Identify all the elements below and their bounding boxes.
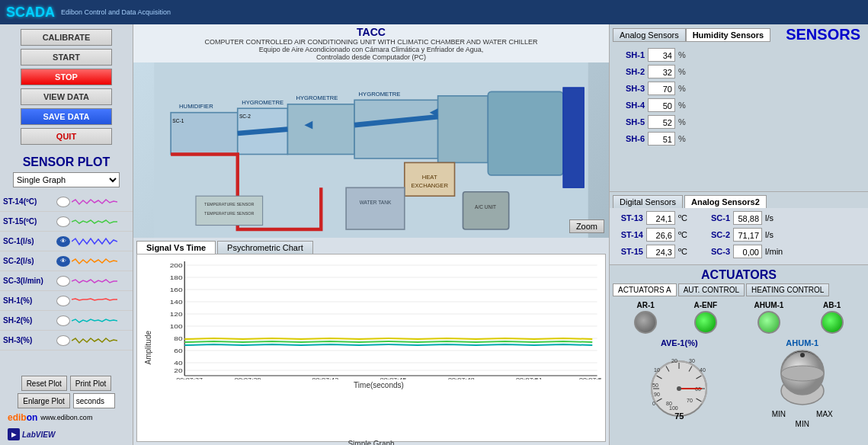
calibrate-button[interactable]: CALIBRATE <box>21 29 112 46</box>
list-item: SH-6 51 % <box>616 132 862 146</box>
svg-text:200: 200 <box>170 262 183 269</box>
svg-text:HYGROMETRE: HYGROMETRE <box>296 94 338 101</box>
save-data-button[interactable]: SAVE DATA <box>21 108 112 125</box>
st13-unit: ºC <box>678 213 697 222</box>
diagram-area: TACC COMPUTER CONTROLLED AIR CONDITIONIN… <box>133 24 609 238</box>
center-area: TACC COMPUTER CONTROLLED AIR CONDITIONIN… <box>133 24 609 445</box>
st13-value: 24,1 <box>646 211 675 225</box>
tab-psychrometric-chart[interactable]: Psychrometric Chart <box>217 241 313 254</box>
sh2-label: SH-2 <box>616 67 645 76</box>
svg-text:80: 80 <box>174 335 182 342</box>
svg-text:90: 90 <box>654 392 660 397</box>
diagram-svg: HEAT EXCHANGER WATER TANK HUMIDIFIER HYG… <box>133 62 609 238</box>
start-button[interactable]: START <box>21 49 112 66</box>
sensor-eye-toggle[interactable]: 👁 <box>56 256 70 267</box>
st15-label: ST-15 <box>613 247 643 256</box>
sensor-list: ST-14(ºC) ST-15(ºC) SC-1(l/s) 👁 <box>0 192 133 373</box>
chart-area: Signal Vs Time Psychrometric Chart Ampli… <box>133 238 609 445</box>
tab-aut-control[interactable]: AUT. CONTROL <box>678 283 745 296</box>
svg-text:00:07:37: 00:07:37 <box>176 377 203 379</box>
dial-svg[interactable]: 0 10 20 30 40 50 60 70 80 90 100 <box>645 349 713 418</box>
enlarge-plot-button[interactable]: Enlarge Plot <box>18 393 69 408</box>
sh4-label: SH-4 <box>616 101 645 110</box>
ahum1-knob[interactable] <box>757 311 780 334</box>
quit-button[interactable]: QUIT <box>21 128 112 145</box>
digital-sensors-tabs: Digital Sensors Analog Sensors2 <box>610 192 868 208</box>
sensor-eye-toggle[interactable] <box>56 296 70 306</box>
svg-text:0: 0 <box>652 401 655 406</box>
list-item: SH-4 50 % <box>616 98 862 112</box>
aenf-knob[interactable] <box>694 311 717 334</box>
ave-control: AVE-1(%) <box>645 338 713 421</box>
sensor-wave <box>72 276 117 287</box>
single-graph-select[interactable]: Single Graph <box>13 172 120 187</box>
ab1-knob[interactable] <box>821 311 844 334</box>
sh3-unit: % <box>678 84 686 93</box>
tab-humidity-sensors[interactable]: Humidity Sensors <box>686 28 771 42</box>
ab1-label: AB-1 <box>823 301 841 309</box>
tab-heating-control[interactable]: HEATING CONTROL <box>746 283 829 296</box>
list-item: ST-13 24,1 ºC SC-1 58,88 l/s <box>613 211 865 225</box>
min-max-labels: MIN MAX <box>772 410 833 418</box>
sc1-unit2: l/s <box>765 213 783 222</box>
sensor-eye-toggle[interactable] <box>56 216 70 227</box>
reset-plot-button[interactable]: Reset Plot <box>21 376 67 391</box>
svg-text:180: 180 <box>170 274 183 281</box>
diagram-image: HEAT EXCHANGER WATER TANK HUMIDIFIER HYG… <box>133 62 609 238</box>
plot-action-row: Reset Plot Print Plot <box>3 376 130 391</box>
sensor-eye-toggle[interactable] <box>56 197 70 207</box>
ave-label: AVE-1(%) <box>661 338 698 347</box>
svg-text:TEMPERATURE SENSOR: TEMPERATURE SENSOR <box>204 202 255 206</box>
sensors-data-area: ST-13 24,1 ºC SC-1 58,88 l/s ST-14 26,6 … <box>610 208 868 264</box>
list-item: SH-3(%) <box>0 331 133 351</box>
bottom-buttons: Reset Plot Print Plot Enlarge Plot edibo… <box>0 373 133 445</box>
sh4-unit: % <box>678 101 686 110</box>
tab-signal-vs-time[interactable]: Signal Vs Time <box>136 241 216 254</box>
list-item: ST-14(ºC) <box>0 192 133 212</box>
min-label-bottom: MIN <box>796 420 809 428</box>
ahum-control: AHUM-1 <box>772 338 833 428</box>
svg-text:50: 50 <box>652 383 658 388</box>
top-header: SCADA Edibon Control and Data Acquisitio… <box>0 0 868 24</box>
right-panel: Analog Sensors Humidity Sensors SENSORS … <box>609 24 868 445</box>
svg-rect-5 <box>438 96 488 163</box>
ahum-knob-container[interactable] <box>776 349 829 410</box>
zoom-button[interactable]: Zoom <box>569 219 604 233</box>
list-item: SC-3(l/min) <box>0 271 133 291</box>
tab-actuators-a[interactable]: ACTUATORS A <box>613 283 677 296</box>
sensor-eye-toggle[interactable] <box>56 276 70 287</box>
sensor-eye-toggle[interactable] <box>56 335 70 346</box>
svg-text:WATER TANK: WATER TANK <box>360 200 392 205</box>
print-plot-button[interactable]: Print Plot <box>70 376 112 391</box>
sensor-label: ST-14(ºC) <box>3 197 56 206</box>
list-item: SC-1(l/s) 👁 <box>0 232 133 251</box>
sc2-unit2: l/s <box>765 230 783 239</box>
view-data-button[interactable]: VIEW DATA <box>21 88 112 105</box>
svg-text:20: 20 <box>671 358 677 363</box>
chart-container: Amplitude <box>136 254 606 442</box>
sensor-eye-toggle[interactable]: 👁 <box>56 236 70 247</box>
chart-svg: 200 180 160 140 120 100 80 60 40 20 00:0… <box>155 258 602 379</box>
sh1-value: 34 <box>648 48 675 62</box>
sensor-eye-toggle[interactable] <box>56 315 70 326</box>
ar1-knob[interactable] <box>634 311 657 334</box>
svg-text:160: 160 <box>170 287 183 293</box>
stop-button[interactable]: STOP <box>21 69 112 85</box>
st13-label: ST-13 <box>613 213 643 222</box>
sh5-unit: % <box>678 117 686 126</box>
tab-analog-sensors2[interactable]: Analog Sensors2 <box>684 195 767 208</box>
seconds-input[interactable] <box>73 393 115 408</box>
sensor-wave <box>72 315 117 326</box>
list-item: SH-2 32 % <box>616 65 862 78</box>
sh6-unit: % <box>678 134 686 143</box>
tab-digital-sensors[interactable]: Digital Sensors <box>613 195 683 208</box>
svg-text:00:07:45: 00:07:45 <box>380 377 407 379</box>
sensor-label: SC-1(l/s) <box>3 237 56 245</box>
list-item: SC-2(l/s) 👁 <box>0 251 133 271</box>
tab-analog-sensors[interactable]: Analog Sensors <box>613 28 686 42</box>
diagram-sub-title-1: COMPUTER CONTROLLED AIR CONDITIONING UNI… <box>133 38 609 46</box>
main-layout: CALIBRATE START STOP VIEW DATA SAVE DATA… <box>0 24 868 445</box>
sc3-label2: SC-3 <box>700 247 730 256</box>
svg-point-78 <box>677 386 681 391</box>
st14-unit: ºC <box>678 230 697 239</box>
